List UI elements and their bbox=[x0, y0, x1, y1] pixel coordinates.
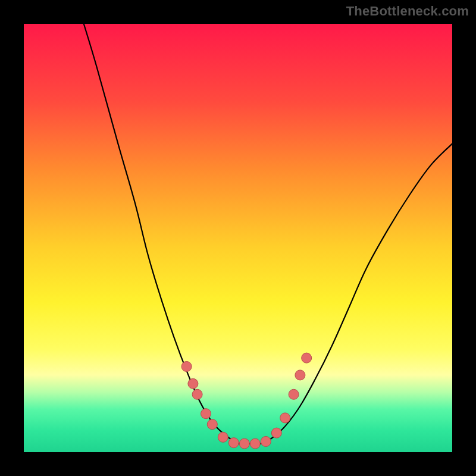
marker-dot bbox=[218, 432, 228, 442]
curve-left-branch bbox=[84, 24, 238, 444]
marker-dot bbox=[188, 378, 198, 389]
marker-group bbox=[181, 353, 312, 449]
marker-dot bbox=[302, 353, 312, 363]
marker-dot bbox=[261, 437, 271, 447]
marker-dot bbox=[289, 389, 299, 399]
marker-dot bbox=[280, 413, 290, 423]
chart-frame: TheBottleneck.com bbox=[0, 0, 476, 476]
marker-dot bbox=[239, 439, 249, 449]
marker-dot bbox=[181, 362, 192, 372]
marker-dot bbox=[271, 428, 281, 438]
curve-layer bbox=[24, 24, 452, 452]
marker-dot bbox=[228, 438, 239, 448]
marker-dot bbox=[250, 439, 260, 449]
marker-dot bbox=[192, 389, 202, 399]
watermark-text: TheBottleneck.com bbox=[346, 4, 469, 19]
marker-dot bbox=[207, 419, 217, 430]
marker-dot bbox=[201, 409, 211, 419]
marker-dot bbox=[295, 370, 305, 380]
plot-area bbox=[24, 24, 452, 452]
